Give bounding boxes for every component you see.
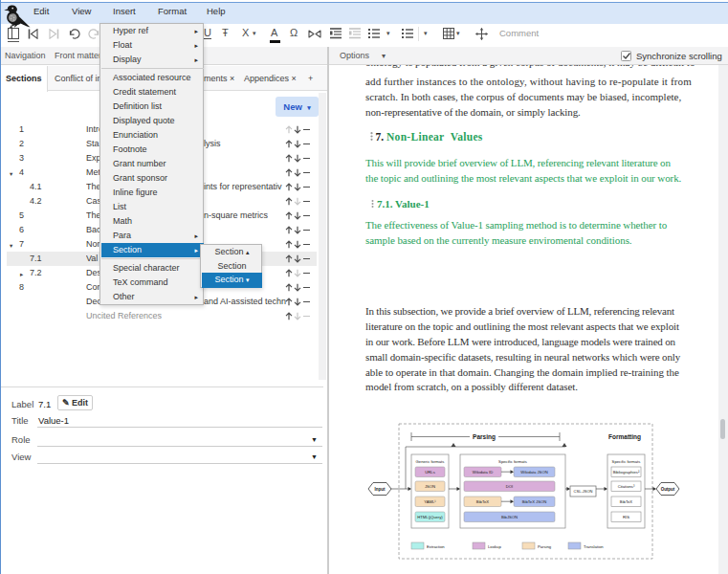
- svg-text:BibTeX JSON: BibTeX JSON: [522, 499, 547, 504]
- svg-text:Parsing: Parsing: [473, 433, 496, 441]
- svg-text:Translation: Translation: [584, 544, 604, 549]
- svg-text:DOI: DOI: [506, 484, 513, 489]
- svg-text:Wikidata ID: Wikidata ID: [473, 470, 493, 475]
- svg-text:CSL-JSON: CSL-JSON: [574, 489, 593, 494]
- svg-text:Parsing: Parsing: [538, 544, 552, 549]
- svg-text:Extraction: Extraction: [427, 544, 445, 549]
- svg-text:Lookup: Lookup: [488, 544, 501, 549]
- svg-text:Bibliographies²: Bibliographies²: [613, 470, 640, 475]
- svg-text:YAML¹: YAML¹: [424, 499, 436, 504]
- svg-text:Generic formats: Generic formats: [416, 459, 445, 464]
- svg-text:Input: Input: [375, 487, 386, 492]
- svg-text:URLs: URLs: [425, 470, 434, 475]
- svg-text:BibJSON: BibJSON: [501, 515, 518, 519]
- svg-text:Specific formats: Specific formats: [612, 459, 641, 464]
- svg-text:Specific formats: Specific formats: [498, 459, 527, 464]
- svg-text:BibTeX: BibTeX: [620, 499, 632, 504]
- svg-text:Citations³: Citations³: [618, 484, 635, 489]
- svg-text:Output: Output: [661, 487, 675, 492]
- svg-text:Wikidata JSON: Wikidata JSON: [520, 470, 547, 475]
- svg-text:RIS: RIS: [623, 515, 629, 519]
- svg-text:HTML(jQuery): HTML(jQuery): [417, 515, 443, 519]
- svg-text:JSON: JSON: [425, 484, 435, 489]
- svg-text:Formatting: Formatting: [608, 433, 641, 441]
- svg-text:BibTeX: BibTeX: [476, 499, 489, 504]
